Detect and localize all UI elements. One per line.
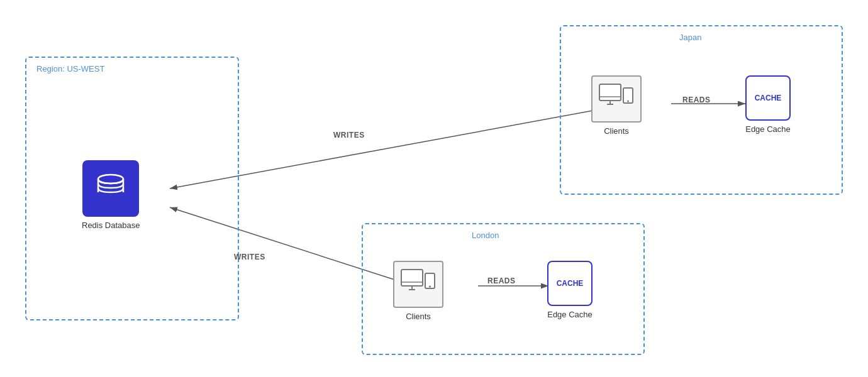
london-cache-icon: CACHE (547, 261, 593, 306)
london-clients-icon (393, 261, 443, 308)
writes-japan-label: WRITES (333, 131, 365, 139)
svg-point-19 (429, 285, 431, 287)
london-cache-node: CACHE Edge Cache (547, 261, 593, 319)
japan-cache-text: CACHE (755, 94, 782, 102)
redis-node: Redis Database (82, 160, 140, 230)
japan-cache-label: Edge Cache (745, 124, 791, 134)
reads-japan-label: READS (682, 96, 711, 104)
japan-cache-icon: CACHE (745, 75, 791, 121)
diagram-container: Region: US-WEST Redis Database Japan (0, 0, 868, 377)
london-clients-node: Clients (393, 261, 443, 321)
london-label: London (472, 231, 499, 240)
svg-rect-14 (401, 270, 423, 286)
svg-rect-8 (599, 84, 621, 101)
redis-icon (82, 160, 139, 217)
redis-label: Redis Database (82, 221, 140, 230)
london-cache-text: CACHE (557, 279, 584, 288)
reads-london-label: READS (487, 276, 516, 285)
london-clients-label: Clients (406, 312, 431, 321)
japan-cache-node: CACHE Edge Cache (745, 75, 791, 134)
japan-clients-label: Clients (604, 126, 629, 136)
uswest-label: Region: US-WEST (36, 64, 104, 74)
svg-point-13 (627, 100, 629, 102)
writes-london-label: WRITES (234, 253, 265, 261)
london-cache-label: Edge Cache (547, 310, 593, 319)
japan-clients-node: Clients (591, 75, 642, 136)
japan-label: Japan (679, 33, 701, 42)
japan-clients-icon (591, 75, 642, 123)
